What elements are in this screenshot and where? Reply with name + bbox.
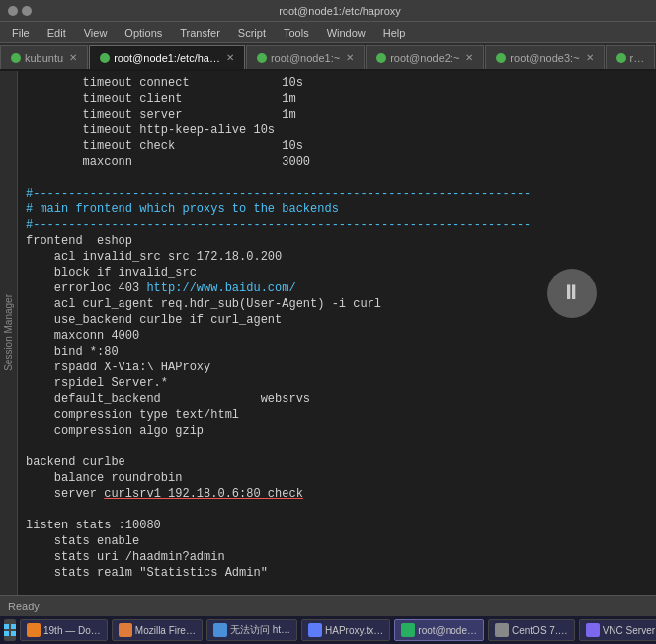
title-bar: root@node1:/etc/haproxy xyxy=(0,0,656,22)
svg-rect-2 xyxy=(4,631,9,636)
menu-bar: File Edit View Options Transfer Script T… xyxy=(0,22,656,43)
taskbar-item-web[interactable]: 无法访问 ht… xyxy=(206,619,297,641)
window-dot-2 xyxy=(22,6,32,16)
svg-rect-0 xyxy=(4,624,9,629)
session-sidebar: Session Manager xyxy=(0,71,18,595)
tab-node3[interactable]: root@node3:~ ✕ xyxy=(485,45,604,69)
status-text: Ready xyxy=(8,601,40,612)
svg-rect-3 xyxy=(11,631,16,636)
tab-haproxy[interactable]: root@node1:/etc/ha… ✕ xyxy=(89,45,245,69)
tab-close-node1[interactable]: ✕ xyxy=(346,52,354,63)
tab-icon-node2 xyxy=(376,53,386,63)
tab-icon-node3 xyxy=(496,53,506,63)
tab-node2[interactable]: root@node2:~ ✕ xyxy=(366,45,484,69)
taskbar-icon-19th xyxy=(27,623,41,637)
tab-icon-haproxy xyxy=(100,53,110,63)
menu-options[interactable]: Options xyxy=(117,25,170,40)
tab-icon-node1 xyxy=(257,53,267,63)
menu-edit[interactable]: Edit xyxy=(40,25,74,40)
tab-bar: kubuntu ✕ root@node1:/etc/ha… ✕ root@nod… xyxy=(0,43,656,71)
pause-icon: ⏸ xyxy=(561,282,584,305)
menu-transfer[interactable]: Transfer xyxy=(172,25,228,40)
taskbar-icon-vnc xyxy=(586,623,600,637)
tab-icon-extra xyxy=(616,53,626,63)
taskbar-item-centos[interactable]: CentOS 7.… xyxy=(488,619,575,641)
terminal[interactable]: timeout connect 10s timeout client 1m ti… xyxy=(18,71,656,595)
start-icon xyxy=(4,624,16,636)
taskbar-icon-centos xyxy=(495,623,509,637)
taskbar-icon-root xyxy=(401,623,415,637)
tab-kubuntu[interactable]: kubuntu ✕ xyxy=(0,45,88,69)
tab-close-node3[interactable]: ✕ xyxy=(586,52,594,63)
window-title: root@node1:/etc/haproxy xyxy=(279,5,401,17)
taskbar-start[interactable] xyxy=(4,619,16,641)
taskbar-icon-haproxy-tx xyxy=(308,623,322,637)
taskbar-icon-firefox xyxy=(119,623,132,637)
status-bar: Ready xyxy=(0,595,656,616)
tab-icon-kubuntu xyxy=(11,53,21,63)
tab-close-haproxy[interactable]: ✕ xyxy=(226,52,234,63)
main-content: Session Manager timeout connect 10s time… xyxy=(0,71,656,595)
window-dot-1 xyxy=(8,6,18,16)
svg-rect-1 xyxy=(11,624,16,629)
menu-tools[interactable]: Tools xyxy=(276,25,317,40)
tab-node1[interactable]: root@node1:~ ✕ xyxy=(246,45,365,69)
taskbar: 19th — Do… Mozilla Fire… 无法访问 ht… HAProx… xyxy=(0,616,656,644)
taskbar-icon-web xyxy=(213,623,227,637)
window-controls xyxy=(8,6,32,16)
taskbar-item-haproxy-tx[interactable]: HAProxy.tx… xyxy=(301,619,390,641)
taskbar-item-19th[interactable]: 19th — Do… xyxy=(20,619,108,641)
menu-help[interactable]: Help xyxy=(375,25,414,40)
menu-script[interactable]: Script xyxy=(230,25,274,40)
menu-file[interactable]: File xyxy=(4,25,38,40)
menu-view[interactable]: View xyxy=(76,25,116,40)
pause-button[interactable]: ⏸ xyxy=(547,269,597,318)
tab-close-node2[interactable]: ✕ xyxy=(465,52,473,63)
taskbar-item-root[interactable]: root@node… xyxy=(394,619,484,641)
taskbar-item-vnc[interactable]: VNC Server xyxy=(579,619,656,641)
taskbar-item-firefox[interactable]: Mozilla Fire… xyxy=(112,619,203,641)
menu-window[interactable]: Window xyxy=(319,25,373,40)
tab-extra[interactable]: r… xyxy=(606,45,656,69)
terminal-content: timeout connect 10s timeout client 1m ti… xyxy=(26,75,648,595)
tab-close-kubuntu[interactable]: ✕ xyxy=(69,52,77,63)
session-label: Session Manager xyxy=(3,294,14,371)
